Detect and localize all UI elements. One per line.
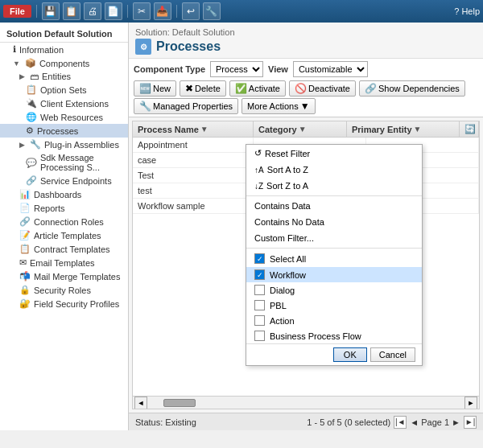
sidebar-item-article-templates[interactable]: 📝 Article Templates bbox=[0, 228, 128, 242]
view-label: View bbox=[268, 64, 288, 74]
row-name-3: test bbox=[133, 183, 254, 198]
new-button-icon: 🆕 bbox=[139, 83, 151, 94]
scroll-right-btn[interactable]: ► bbox=[464, 397, 477, 409]
sidebar-item-field-security[interactable]: 🔐 Field Security Profiles bbox=[0, 297, 128, 310]
field-security-icon: 🔐 bbox=[19, 298, 31, 309]
col-process-name[interactable]: Process Name ▼ bbox=[133, 121, 254, 137]
select-all-checkbox[interactable]: ✓ bbox=[254, 253, 265, 264]
cut-icon[interactable]: ✂ bbox=[133, 2, 151, 20]
dialog-checkbox[interactable] bbox=[254, 285, 265, 295]
page-title: ⚙ Processes bbox=[135, 39, 477, 55]
filter-option-bpf[interactable]: Business Process Flow bbox=[246, 328, 422, 343]
scroll-left-btn[interactable]: ◄ bbox=[134, 397, 147, 409]
filter-sort-za[interactable]: ↓Z Sort Z to A bbox=[246, 178, 422, 194]
components-icon: 📦 bbox=[25, 58, 36, 68]
managed-properties-button[interactable]: 🔧 Managed Properties bbox=[134, 98, 238, 114]
toolbar-separator3 bbox=[176, 5, 177, 18]
filter-ok-button[interactable]: OK bbox=[333, 347, 367, 362]
undo-icon[interactable]: ↩ bbox=[182, 2, 200, 20]
filter-option-workflow[interactable]: ✓ Workflow bbox=[246, 267, 422, 282]
entities-icon: 🗃 bbox=[30, 72, 39, 81]
filter-cancel-button[interactable]: Cancel bbox=[370, 347, 415, 362]
toolbar-separator2 bbox=[127, 5, 128, 18]
last-page-button[interactable]: ►| bbox=[464, 416, 477, 429]
workflow-checkbox[interactable]: ✓ bbox=[254, 269, 265, 280]
sidebar-item-plugin-assemblies[interactable]: ▶ 🔧 Plug-in Assemblies bbox=[0, 138, 128, 151]
delete-button[interactable]: ✖ Delete bbox=[180, 80, 226, 97]
col-name-filter-icon[interactable]: ▼ bbox=[200, 125, 208, 134]
sidebar-item-components[interactable]: ▼ 📦 Components bbox=[0, 56, 128, 70]
filter-reset[interactable]: ↺ Reset Filter bbox=[246, 145, 422, 162]
help-button[interactable]: ? Help bbox=[454, 6, 480, 16]
sidebar-item-contract-templates[interactable]: 📋 Contract Templates bbox=[0, 242, 128, 256]
article-templates-icon: 📝 bbox=[19, 230, 31, 240]
extra-icon[interactable]: 🔧 bbox=[203, 2, 221, 20]
show-dependencies-button[interactable]: 🔗 Show Dependencies bbox=[359, 80, 465, 97]
deactivate-button[interactable]: 🚫 Deactivate bbox=[289, 80, 356, 97]
sidebar-item-service-endpoints[interactable]: 🔗 Service Endpoints bbox=[0, 174, 128, 187]
sidebar-item-processes[interactable]: ⚙ Processes bbox=[0, 124, 128, 138]
first-page-button[interactable]: |◄ bbox=[394, 416, 407, 429]
row-name-0: Appointment bbox=[133, 138, 254, 152]
copy-icon[interactable]: 📋 bbox=[63, 2, 80, 20]
sidebar-item-dashboards[interactable]: 📊 Dashboards bbox=[0, 187, 128, 201]
data-grid: Process Name ▼ Category ▼ Primary Entity… bbox=[132, 121, 480, 409]
new-doc-icon[interactable]: 📄 bbox=[105, 2, 122, 20]
activate-button-icon: ✅ bbox=[235, 83, 247, 94]
filter-select-all-row[interactable]: ✓ Select All bbox=[246, 250, 422, 267]
col-primary-entity[interactable]: Primary Entity ▼ bbox=[347, 121, 460, 137]
sidebar-item-security-roles[interactable]: 🔒 Security Roles bbox=[0, 283, 128, 297]
sidebar-item-entities[interactable]: ▶ 🗃 Entities bbox=[0, 70, 128, 83]
info-icon: ℹ bbox=[13, 44, 16, 55]
sidebar-item-information[interactable]: ℹ Information bbox=[0, 43, 128, 56]
component-type-label: Component Type bbox=[134, 64, 205, 74]
bpf-checkbox[interactable] bbox=[254, 331, 265, 341]
sidebar-item-client-ext[interactable]: 🔌 Client Extensions bbox=[0, 97, 128, 110]
filter-custom[interactable]: Custom Filter... bbox=[246, 230, 422, 246]
sidebar-item-connection-roles[interactable]: 🔗 Connection Roles bbox=[0, 215, 128, 228]
print-icon[interactable]: 🖨 bbox=[84, 2, 101, 20]
filter-option-pbl[interactable]: PBL bbox=[246, 298, 422, 313]
sidebar-item-sdk-message[interactable]: 💬 Sdk Message Processing S... bbox=[0, 151, 128, 174]
col-refresh[interactable]: 🔄 bbox=[460, 121, 479, 137]
row-name-1: case bbox=[133, 153, 254, 167]
sidebar-item-email-templates[interactable]: ✉ Email Templates bbox=[0, 256, 128, 269]
filter-action-buttons: OK Cancel bbox=[246, 343, 422, 365]
mail-merge-icon: 📬 bbox=[19, 271, 31, 282]
filter-contains-no-data[interactable]: Contains No Data bbox=[246, 214, 422, 230]
managed-props-icon: 🔧 bbox=[139, 101, 151, 112]
filter-sort-az[interactable]: ↑A Sort A to Z bbox=[246, 162, 422, 178]
show-deps-icon: 🔗 bbox=[365, 83, 377, 94]
col-primary-filter-icon[interactable]: ▼ bbox=[414, 125, 422, 134]
sidebar-item-mail-merge[interactable]: 📬 Mail Merge Templates bbox=[0, 269, 128, 283]
connection-roles-icon: 🔗 bbox=[19, 216, 31, 227]
action-buttons-row1: 🆕 New ✖ Delete ✅ Activate 🚫 Deactivate 🔗 bbox=[134, 80, 478, 97]
sidebar-title: Solution Default Solution bbox=[0, 26, 128, 43]
component-type-select[interactable]: Process bbox=[210, 61, 263, 77]
horizontal-scrollbar[interactable]: ◄ ► bbox=[133, 396, 479, 409]
filter-option-action[interactable]: Action bbox=[246, 313, 422, 328]
contract-templates-icon: 📋 bbox=[19, 244, 31, 254]
page-label: ◄ Page 1 ► bbox=[410, 417, 460, 427]
security-roles-icon: 🔒 bbox=[19, 285, 31, 295]
breadcrumb: Solution: Default Solution bbox=[135, 27, 477, 37]
pbl-checkbox[interactable] bbox=[254, 300, 265, 310]
save-icon[interactable]: 💾 bbox=[42, 2, 60, 20]
filter-contains-data[interactable]: Contains Data bbox=[246, 198, 422, 214]
action-checkbox[interactable] bbox=[254, 315, 265, 326]
sidebar-item-web-resources[interactable]: 🌐 Web Resources bbox=[0, 110, 128, 124]
file-button[interactable]: File bbox=[3, 5, 31, 18]
sidebar-item-reports[interactable]: 📄 Reports bbox=[0, 201, 128, 215]
activate-button[interactable]: ✅ Activate bbox=[229, 80, 286, 97]
scroll-thumb[interactable] bbox=[163, 399, 196, 407]
plugin-icon: 🔧 bbox=[30, 139, 41, 150]
view-select[interactable]: Customizable bbox=[293, 61, 368, 77]
more-actions-chevron-icon: ▼ bbox=[300, 101, 310, 112]
sidebar-item-option-sets[interactable]: 📋 Option Sets bbox=[0, 83, 128, 97]
more-actions-button[interactable]: More Actions ▼ bbox=[242, 98, 315, 114]
col-category-filter-icon[interactable]: ▼ bbox=[299, 125, 307, 134]
filter-option-dialog[interactable]: Dialog bbox=[246, 282, 422, 298]
col-category[interactable]: Category ▼ bbox=[254, 121, 347, 137]
import-icon[interactable]: 📥 bbox=[154, 2, 171, 20]
new-button[interactable]: 🆕 New bbox=[134, 80, 176, 97]
